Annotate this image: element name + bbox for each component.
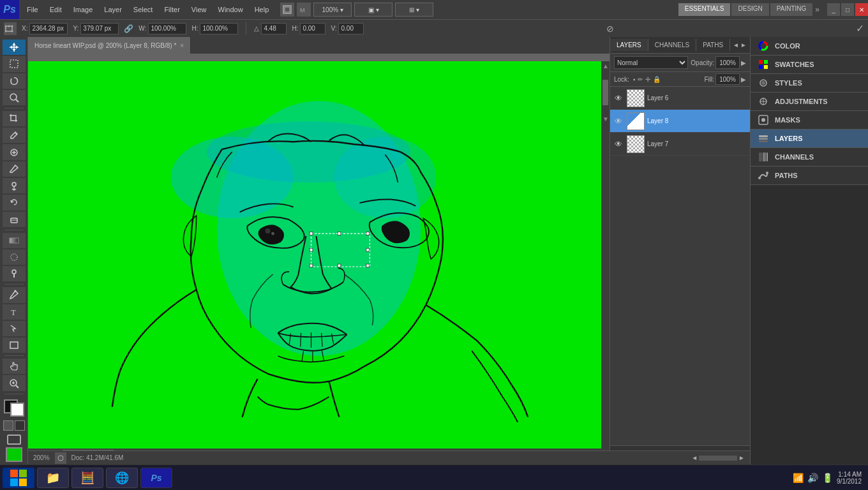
v-skew-input[interactable] <box>338 23 364 34</box>
zoom-selector[interactable]: 100% ▾ <box>313 3 352 17</box>
lock-icons: ▪ ✏ ✛ 🔒 <box>633 76 661 83</box>
quick-mask-mode[interactable] <box>15 420 25 431</box>
layer-visibility-icon[interactable]: 👁 <box>613 138 624 150</box>
move-tool[interactable] <box>3 40 26 55</box>
tab-channels[interactable]: CHANNELS <box>648 39 696 51</box>
zoom-tool[interactable] <box>3 375 26 390</box>
channels-right-section-header[interactable]: CHANNELS <box>751 148 868 166</box>
color-swatches[interactable] <box>4 399 24 417</box>
blend-mode-select[interactable]: Normal <box>614 56 688 69</box>
fill-arrow[interactable]: ▶ <box>741 76 746 83</box>
menu-view[interactable]: View <box>186 3 212 16</box>
clone-stamp-tool[interactable] <box>3 178 26 193</box>
color-indicator[interactable] <box>6 447 22 462</box>
angle-input[interactable] <box>261 23 287 34</box>
document-tab[interactable]: Horse lineart WIP.psd @ 200% (Layer 8, R… <box>28 37 191 54</box>
layers-right-section-header[interactable]: LAYERS <box>751 130 868 147</box>
lock-transparent-icon[interactable]: ▪ <box>633 76 636 83</box>
gradient-tool[interactable] <box>3 233 26 248</box>
layer-item-active[interactable]: 👁 Layer 8 <box>610 110 750 133</box>
taskbar-chrome[interactable]: 🌐 <box>106 468 138 488</box>
menu-layer[interactable]: Layer <box>99 3 127 16</box>
healing-brush-tool[interactable] <box>3 144 26 160</box>
crop-tool[interactable] <box>3 111 26 126</box>
taskbar-photoshop[interactable]: Ps <box>140 468 172 488</box>
screen-mode-toggle[interactable] <box>7 434 21 446</box>
adjustments-section-header[interactable]: ADJUSTMENTS <box>751 93 868 110</box>
artwork-canvas[interactable]: ▲ ▼ ◄ ► <box>28 61 610 457</box>
minimize-button[interactable]: _ <box>827 3 840 16</box>
taskbar-file-explorer[interactable]: 📁 <box>37 468 69 488</box>
system-clock[interactable]: 1:14 AM 9/1/2012 <box>837 471 862 485</box>
styles-section-header[interactable]: STYLES <box>751 74 868 92</box>
lock-position-icon[interactable]: ✛ <box>645 76 650 83</box>
layer-visibility-icon[interactable]: 👁 <box>613 93 624 104</box>
h-skew-input[interactable] <box>300 23 326 34</box>
scroll-down-button[interactable]: ▼ <box>601 114 610 124</box>
w-input[interactable] <box>148 23 186 34</box>
restore-button[interactable]: □ <box>841 3 854 16</box>
masks-section-header[interactable]: MASKS <box>751 111 868 129</box>
fill-input[interactable] <box>715 73 740 85</box>
hand-tool[interactable] <box>3 359 26 374</box>
toolbar-icon-1[interactable] <box>280 3 294 17</box>
menu-file[interactable]: File <box>22 3 43 16</box>
brush-tool[interactable] <box>3 161 26 177</box>
lock-all-icon[interactable]: 🔒 <box>653 76 661 83</box>
standard-mode[interactable] <box>3 420 13 431</box>
workspace-painting[interactable]: PAINTING <box>770 3 812 16</box>
background-color[interactable] <box>10 403 24 417</box>
cancel-transform-button[interactable]: ⊘ <box>606 24 614 34</box>
path-selection-tool[interactable] <box>3 321 26 336</box>
tab-close-button[interactable]: × <box>180 42 184 49</box>
menu-window[interactable]: Window <box>213 3 248 16</box>
link-toggle[interactable]: 🔗 <box>124 24 133 33</box>
history-brush-tool[interactable] <box>3 195 26 210</box>
layer-visibility-icon[interactable]: 👁 <box>613 115 624 127</box>
transform-tool-icon[interactable] <box>4 22 17 35</box>
menu-select[interactable]: Select <box>128 3 158 16</box>
extras-selector[interactable]: ⊞ ▾ <box>395 3 433 17</box>
dodge-tool[interactable] <box>3 266 26 281</box>
tab-paths[interactable]: PATHS <box>696 39 730 51</box>
close-button[interactable]: ✕ <box>855 3 868 16</box>
paths-right-section-header[interactable]: PATHS <box>751 167 868 184</box>
scroll-thumb[interactable] <box>602 80 608 105</box>
layer-item[interactable]: 👁 Layer 7 <box>610 133 750 156</box>
workspace-design[interactable]: DESIGN <box>731 3 768 16</box>
vertical-scrollbar[interactable]: ▲ ▼ <box>601 61 610 457</box>
tab-layers[interactable]: LAYERS <box>610 39 648 51</box>
confirm-transform-button[interactable]: ✓ <box>856 22 864 34</box>
workspace-more[interactable]: » <box>815 5 819 14</box>
toolbar-icon-2[interactable]: M <box>297 3 311 17</box>
blur-tool[interactable] <box>3 249 26 265</box>
screen-mode[interactable]: ▣ ▾ <box>354 3 393 17</box>
layer-item[interactable]: 👁 Layer 6 <box>610 87 750 110</box>
y-input[interactable] <box>80 23 119 34</box>
styles-section: STYLES <box>751 74 868 93</box>
menu-image[interactable]: Image <box>68 3 98 16</box>
opacity-input[interactable] <box>715 56 740 69</box>
scroll-up-button[interactable]: ▲ <box>601 61 610 71</box>
rectangle-tool[interactable] <box>3 338 26 353</box>
zoom-info-button[interactable] <box>55 452 66 464</box>
swatches-section-header[interactable]: SWATCHES <box>751 56 868 73</box>
h-input[interactable] <box>200 23 238 34</box>
menu-edit[interactable]: Edit <box>45 3 67 16</box>
workspace-essentials[interactable]: ESSENTIALS <box>678 3 731 16</box>
x-input[interactable] <box>29 23 68 34</box>
eraser-tool[interactable] <box>3 212 26 227</box>
marquee-tool[interactable] <box>3 56 26 71</box>
eyedropper-tool[interactable] <box>3 128 26 143</box>
quick-select-tool[interactable] <box>3 90 26 105</box>
start-button[interactable] <box>3 468 34 488</box>
menu-help[interactable]: Help <box>250 3 274 16</box>
taskbar-calculator[interactable]: 🧮 <box>71 468 103 488</box>
text-tool[interactable]: T <box>3 304 26 320</box>
pen-tool[interactable] <box>3 287 26 302</box>
color-section-header[interactable]: COLOR <box>751 37 868 55</box>
lasso-tool[interactable] <box>3 73 26 89</box>
opacity-arrow[interactable]: ▶ <box>741 59 746 66</box>
lock-image-icon[interactable]: ✏ <box>638 76 643 83</box>
menu-filter[interactable]: Filter <box>159 3 184 16</box>
